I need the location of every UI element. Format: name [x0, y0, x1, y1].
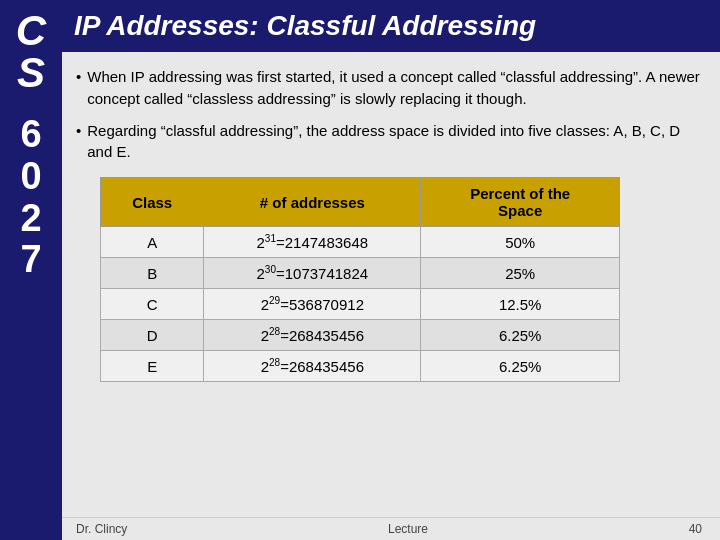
table-row: E 228=268435456 6.25% — [101, 351, 620, 382]
table-row: A 231=2147483648 50% — [101, 227, 620, 258]
percent-d: 6.25% — [421, 320, 620, 351]
content-area: • When IP addressing was first started, … — [62, 52, 720, 517]
table-header-row: Class # of addresses Percent of theSpace — [101, 178, 620, 227]
percent-c: 12.5% — [421, 289, 620, 320]
class-a: A — [101, 227, 204, 258]
table-row: C 229=536870912 12.5% — [101, 289, 620, 320]
class-b: B — [101, 258, 204, 289]
addresses-e: 228=268435456 — [204, 351, 421, 382]
footer: Dr. Clincy Lecture 40 — [62, 517, 720, 540]
table-row: D 228=268435456 6.25% — [101, 320, 620, 351]
percent-b: 25% — [421, 258, 620, 289]
main-content: IP Addresses: Classful Addressing • When… — [62, 0, 720, 540]
bullet-icon-1: • — [76, 66, 81, 110]
bullet-text-1: When IP addressing was first started, it… — [87, 66, 702, 110]
sidebar-numbers: 6027 — [20, 114, 41, 281]
bullet-text-2: Regarding “classful addressing”, the add… — [87, 120, 702, 164]
col-header-addresses: # of addresses — [204, 178, 421, 227]
col-header-class: Class — [101, 178, 204, 227]
sidebar: CS 6027 — [0, 0, 62, 540]
footer-page-number: 40 — [689, 522, 702, 536]
percent-a: 50% — [421, 227, 620, 258]
bullet-icon-2: • — [76, 120, 81, 164]
addresses-c: 229=536870912 — [204, 289, 421, 320]
addresses-table: Class # of addresses Percent of theSpace… — [100, 177, 620, 382]
sidebar-cs-letters: CS — [16, 10, 46, 94]
col-header-percent-text: Percent of theSpace — [470, 185, 570, 219]
footer-author: Dr. Clincy — [76, 522, 127, 536]
table-row: B 230=1073741824 25% — [101, 258, 620, 289]
table-container: Class # of addresses Percent of theSpace… — [100, 177, 702, 382]
bullet-2: • Regarding “classful addressing”, the a… — [76, 120, 702, 164]
addresses-b: 230=1073741824 — [204, 258, 421, 289]
class-d: D — [101, 320, 204, 351]
class-e: E — [101, 351, 204, 382]
title-bar: IP Addresses: Classful Addressing — [62, 0, 720, 52]
class-c: C — [101, 289, 204, 320]
bullet-1: • When IP addressing was first started, … — [76, 66, 702, 110]
page-title: IP Addresses: Classful Addressing — [74, 10, 704, 42]
footer-center: Lecture — [388, 522, 428, 536]
addresses-a: 231=2147483648 — [204, 227, 421, 258]
col-header-percent: Percent of theSpace — [421, 178, 620, 227]
percent-e: 6.25% — [421, 351, 620, 382]
addresses-d: 228=268435456 — [204, 320, 421, 351]
